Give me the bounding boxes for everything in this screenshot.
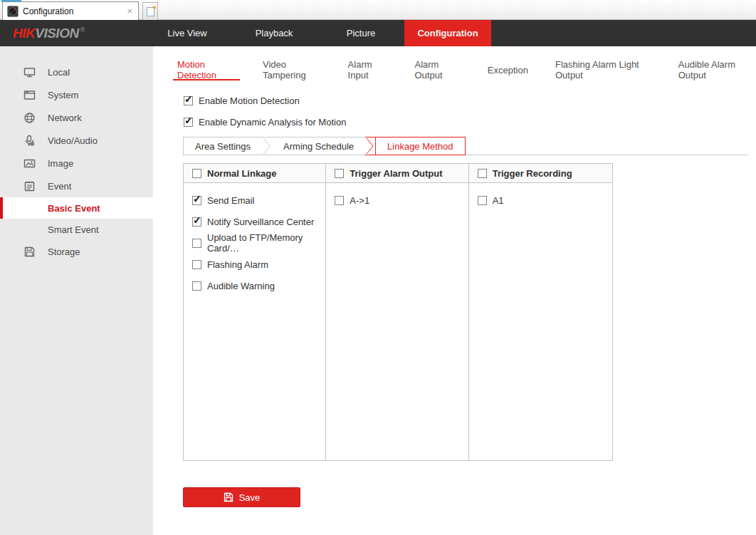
sidebar-item-basic-event[interactable]: Basic Event <box>0 197 153 219</box>
enable-dynamic-analysis-checkbox[interactable]: ✓ <box>184 118 193 127</box>
window-icon <box>23 89 36 101</box>
linkage-table: ✓ Normal Linkage ✓ Send Email ✓ Notify S… <box>183 163 613 461</box>
check-icon: ✓ <box>184 94 193 104</box>
app-header: HIKVISION® Live View Playback Picture Co… <box>0 20 756 46</box>
logo-registered-mark: ® <box>80 20 85 33</box>
enable-dynamic-analysis-label: Enable Dynamic Analysis for Motion <box>199 117 346 128</box>
normal-linkage-column: ✓ Normal Linkage ✓ Send Email ✓ Notify S… <box>184 164 326 460</box>
sidebar-item-label: Local <box>48 67 70 78</box>
sidebar-item-network[interactable]: Network <box>0 106 153 129</box>
tab-motion-detection[interactable]: Motion Detection <box>173 61 240 80</box>
main-area: Local System Network Video/Audio <box>0 46 756 535</box>
sidebar-item-label: Video/Audio <box>48 135 98 146</box>
save-button[interactable]: Save <box>183 487 300 507</box>
flashing-alarm-checkbox[interactable]: ✓ <box>192 260 201 269</box>
tab-alarm-output[interactable]: Alarm Output <box>410 61 464 80</box>
send-email-checkbox[interactable]: ✓ <box>192 196 201 205</box>
sidebar-item-label: Event <box>48 181 71 192</box>
browser-tab[interactable]: Configuration × <box>2 1 139 20</box>
column-header-label: Normal Linkage <box>207 168 277 179</box>
sidebar-item-event[interactable]: Event <box>0 175 153 197</box>
tab-close-icon[interactable]: × <box>125 6 134 16</box>
column-header-label: Trigger Recording <box>493 168 572 179</box>
linkage-option-row: ✓ Audible Warning <box>184 275 325 296</box>
trigger-recording-body: ✓ A1 <box>469 183 612 460</box>
sidebar-item-smart-event[interactable]: Smart Event <box>0 219 153 240</box>
tab-flashing-alarm-light-output[interactable]: Flashing Alarm Light Output <box>551 61 656 80</box>
nav-playback[interactable]: Playback <box>231 20 317 46</box>
enable-motion-detection-row: ✓ Enable Motion Detection <box>184 95 300 106</box>
option-label: Upload to FTP/Memory Card/… <box>207 232 325 254</box>
save-floppy-icon <box>224 492 233 502</box>
monitor-icon <box>23 66 36 78</box>
notify-surveillance-center-checkbox[interactable]: ✓ <box>192 217 201 227</box>
enable-motion-detection-label: Enable Motion Detection <box>199 95 300 106</box>
notepad-icon <box>23 180 36 192</box>
linkage-option-row: ✓ Flashing Alarm <box>184 254 325 275</box>
nav-picture[interactable]: Picture <box>317 20 404 46</box>
tab-audible-alarm-output[interactable]: Audible Alarm Output <box>674 61 756 80</box>
sidebar-item-label: Network <box>48 113 82 123</box>
option-label: Flashing Alarm <box>207 259 268 270</box>
microphone-icon <box>23 135 36 147</box>
nav-configuration[interactable]: Configuration <box>404 20 491 46</box>
globe-icon <box>23 112 36 124</box>
option-label: A->1 <box>350 195 369 206</box>
sidebar-item-video-audio[interactable]: Video/Audio <box>0 129 153 152</box>
trigger-alarm-output-column: ✓ Trigger Alarm Output ✓ A->1 <box>326 164 468 460</box>
normal-linkage-checkbox[interactable]: ✓ <box>192 169 201 178</box>
tab-alarm-input[interactable]: Alarm Input <box>344 61 392 80</box>
subtab-area-settings[interactable]: Area Settings <box>183 137 262 155</box>
sidebar-item-label: Smart Event <box>48 224 99 235</box>
logo-text-gray: VISION <box>35 26 78 41</box>
subtab-linkage-method[interactable]: Linkage Method <box>375 137 466 155</box>
trigger-alarm-output-header: ✓ Trigger Alarm Output <box>326 164 468 183</box>
enable-motion-detection-checkbox[interactable]: ✓ <box>184 96 193 105</box>
check-icon: ✓ <box>193 194 201 204</box>
subtab-arming-schedule[interactable]: Arming Schedule <box>272 137 365 155</box>
sidebar-item-system[interactable]: System <box>0 83 153 106</box>
sidebar-item-label: Storage <box>48 246 80 257</box>
trigger-recording-checkbox[interactable]: ✓ <box>478 169 487 178</box>
tab-exception[interactable]: Exception <box>483 61 532 80</box>
audible-warning-checkbox[interactable]: ✓ <box>192 281 201 291</box>
sidebar-item-image[interactable]: Image <box>0 152 153 175</box>
sidebar: Local System Network Video/Audio <box>0 46 153 535</box>
linkage-option-row: ✓ A->1 <box>326 189 468 211</box>
trigger-recording-column: ✓ Trigger Recording ✓ A1 <box>469 164 612 460</box>
linkage-option-row: ✓ Notify Surveillance Center <box>184 211 325 232</box>
chevron-separator-icon <box>262 137 272 155</box>
upload-ftp-checkbox[interactable]: ✓ <box>192 239 201 248</box>
check-icon: ✓ <box>184 115 193 125</box>
trigger-alarm-output-checkbox[interactable]: ✓ <box>335 169 344 178</box>
new-tab-page-icon: ✶ <box>147 7 154 16</box>
check-icon: ✓ <box>193 215 201 225</box>
floppy-icon <box>23 246 36 258</box>
normal-linkage-header: ✓ Normal Linkage <box>184 164 325 183</box>
sidebar-item-label: Image <box>48 158 73 169</box>
browser-tab-title: Configuration <box>23 6 125 16</box>
subtabs: Area Settings Arming Schedule Linkage Me… <box>183 137 466 155</box>
sidebar-item-storage[interactable]: Storage <box>0 240 153 263</box>
enable-dynamic-analysis-row: ✓ Enable Dynamic Analysis for Motion <box>184 117 346 128</box>
trigger-alarm-output-body: ✓ A->1 <box>326 183 468 460</box>
sidebar-item-label: Basic Event <box>48 203 100 214</box>
recording-a1-checkbox[interactable]: ✓ <box>478 196 487 205</box>
linkage-option-row: ✓ A1 <box>469 189 612 211</box>
camera-favicon-icon <box>7 6 19 17</box>
event-tabs: Motion Detection Video Tampering Alarm I… <box>173 61 756 80</box>
alarm-output-a1-checkbox[interactable]: ✓ <box>335 196 344 205</box>
sidebar-item-local[interactable]: Local <box>0 61 153 83</box>
save-button-label: Save <box>239 492 261 503</box>
content-panel: Motion Detection Video Tampering Alarm I… <box>153 46 756 535</box>
new-tab-button[interactable]: ✶ <box>142 2 158 20</box>
option-label: Notify Surveillance Center <box>207 217 314 227</box>
tab-video-tampering[interactable]: Video Tampering <box>258 61 325 80</box>
linkage-option-row: ✓ Upload to FTP/Memory Card/… <box>184 232 325 254</box>
logo-text-red: HIK <box>13 26 35 41</box>
sidebar-item-label: System <box>48 90 78 100</box>
new-tab-star-icon: ✶ <box>152 4 157 11</box>
nav-live-view[interactable]: Live View <box>144 20 231 46</box>
option-label: A1 <box>493 195 504 206</box>
browser-tab-bar: Configuration × ✶ <box>0 0 756 20</box>
